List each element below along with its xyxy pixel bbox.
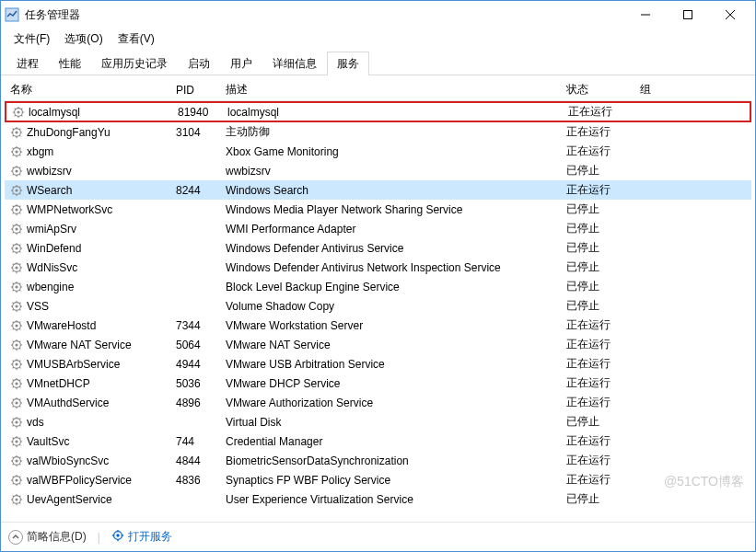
tab-3[interactable]: 启动	[178, 52, 220, 75]
svg-line-102	[13, 282, 14, 283]
tab-1[interactable]: 性能	[49, 52, 91, 75]
svg-line-205	[19, 476, 20, 477]
service-row[interactable]: VMUSBArbService4944VMware USB Arbitratio…	[5, 354, 751, 374]
service-name: wwbizsrv	[27, 165, 72, 178]
service-row[interactable]: WinDefendWindows Defender Antivirus Serv…	[5, 238, 751, 258]
service-name: valWBFPolicyService	[27, 474, 132, 487]
service-row[interactable]: valWbioSyncSvc4844BiometricSensorDataSyn…	[5, 451, 751, 470]
service-desc: VMware NAT Service	[220, 339, 561, 351]
service-desc: Xbox Game Monitoring	[220, 145, 561, 158]
service-row[interactable]: VMAuthdService4896VMware Authorization S…	[5, 393, 751, 412]
service-list[interactable]: localmysql81940localmysql正在运行ZhuDongFang…	[5, 101, 751, 518]
service-name: wbengine	[27, 281, 74, 293]
service-icon	[10, 435, 23, 448]
tab-4[interactable]: 用户	[220, 52, 262, 75]
service-status: 正在运行	[561, 395, 634, 410]
service-name: WSearch	[27, 184, 72, 197]
svg-line-54	[13, 193, 14, 194]
service-icon	[10, 474, 23, 487]
service-row[interactable]: xbgmXbox Game Monitoring正在运行	[5, 142, 751, 161]
svg-point-167	[15, 420, 17, 423]
svg-point-117	[15, 324, 17, 327]
service-row[interactable]: WMPNetworkSvcWindows Media Player Networ…	[5, 200, 751, 219]
svg-line-64	[13, 213, 14, 213]
service-row[interactable]: WdNisSvcWindows Defender Antivirus Netwo…	[5, 258, 751, 277]
service-row[interactable]: ZhuDongFangYu3104主动防御正在运行	[5, 122, 751, 142]
svg-point-57	[15, 208, 17, 211]
app-icon	[5, 7, 19, 22]
svg-line-215	[19, 495, 20, 496]
service-icon	[10, 242, 23, 255]
service-row[interactable]: VMnetDHCP5036VMware DHCP Service正在运行	[5, 374, 751, 393]
menu-options[interactable]: 选项(O)	[59, 29, 108, 49]
close-button[interactable]	[709, 1, 751, 29]
maximize-button[interactable]	[667, 1, 709, 29]
menu-view[interactable]: 查看(V)	[112, 29, 160, 49]
tab-6[interactable]: 服务	[327, 52, 369, 75]
service-row[interactable]: VSSVolume Shadow Copy已停止	[5, 296, 751, 316]
header-group[interactable]: 组	[634, 82, 690, 98]
header-pid[interactable]: PID	[170, 84, 220, 97]
service-row[interactable]: wwbizsrvwwbizsrv已停止	[5, 161, 751, 180]
service-icon	[10, 223, 23, 236]
service-desc: Volume Shadow Copy	[220, 300, 561, 313]
tab-5[interactable]: 详细信息	[262, 52, 327, 75]
tab-2[interactable]: 应用历史记录	[91, 52, 178, 75]
svg-line-62	[13, 205, 14, 206]
fewer-details-button[interactable]: 简略信息(D)	[8, 529, 87, 545]
svg-point-17	[15, 131, 17, 133]
service-status: 已停止	[561, 414, 634, 430]
minimize-button[interactable]	[624, 1, 667, 29]
svg-line-73	[19, 232, 20, 233]
service-desc: VMware USB Arbitration Service	[220, 358, 561, 371]
service-icon	[10, 203, 23, 216]
svg-line-134	[13, 348, 14, 349]
svg-line-184	[13, 444, 14, 445]
service-row[interactable]: vdsVirtual Disk已停止	[5, 412, 751, 431]
service-status: 已停止	[561, 240, 634, 256]
service-desc: Virtual Disk	[220, 416, 561, 429]
titlebar[interactable]: 任务管理器	[1, 1, 755, 29]
header-desc[interactable]: 描述	[220, 82, 561, 98]
window-title: 任务管理器	[25, 7, 624, 23]
svg-line-82	[13, 244, 14, 245]
service-row[interactable]: wbengineBlock Level Backup Engine Servic…	[5, 277, 751, 296]
service-pid: 3104	[170, 126, 220, 139]
open-services-link[interactable]: 打开服务	[111, 529, 172, 545]
service-icon	[10, 454, 23, 467]
svg-line-115	[19, 302, 20, 303]
svg-line-123	[19, 328, 20, 329]
svg-line-24	[13, 135, 14, 136]
service-row[interactable]: WSearch8244Windows Search正在运行	[5, 180, 751, 200]
svg-line-104	[13, 290, 14, 291]
header-name[interactable]: 名称	[5, 82, 170, 98]
service-desc: VMware Authorization Service	[220, 397, 561, 409]
service-row[interactable]: wmiApSrvWMI Performance Adapter已停止	[5, 219, 751, 238]
service-desc: wwbizsrv	[220, 165, 561, 178]
svg-line-203	[19, 483, 20, 484]
service-row[interactable]: VMwareHostd7344VMware Workstation Server…	[5, 316, 751, 335]
service-row[interactable]: UevAgentServiceUser Experience Virtualiz…	[5, 489, 751, 509]
svg-line-83	[19, 251, 20, 252]
service-name: ZhuDongFangYu	[27, 126, 110, 139]
service-row[interactable]: localmysql81940localmysql正在运行	[5, 101, 751, 122]
menu-file[interactable]: 文件(F)	[8, 29, 55, 49]
tab-0[interactable]: 进程	[6, 52, 49, 75]
service-name: WdNisSvc	[27, 261, 77, 274]
service-name: WinDefend	[27, 242, 81, 255]
service-name: VMAuthdService	[27, 397, 109, 409]
service-row[interactable]: valWBFPolicyService4836Synaptics FP WBF …	[5, 470, 751, 489]
task-manager-window: 任务管理器 文件(F) 选项(O) 查看(V) 进程性能应用历史记录启动用户详细…	[0, 0, 756, 552]
service-icon	[10, 126, 23, 139]
service-row[interactable]: VaultSvc744Credential Manager正在运行	[5, 431, 751, 451]
svg-line-204	[13, 483, 14, 484]
fewer-details-label: 简略信息(D)	[27, 529, 87, 545]
svg-line-185	[19, 437, 20, 438]
header-status[interactable]: 状态	[561, 82, 634, 98]
service-status: 已停止	[561, 221, 634, 236]
service-row[interactable]: VMware NAT Service5064VMware NAT Service…	[5, 335, 751, 354]
gear-icon	[111, 529, 124, 545]
svg-rect-3	[684, 11, 692, 19]
svg-line-63	[19, 213, 20, 213]
svg-point-177	[15, 440, 17, 443]
